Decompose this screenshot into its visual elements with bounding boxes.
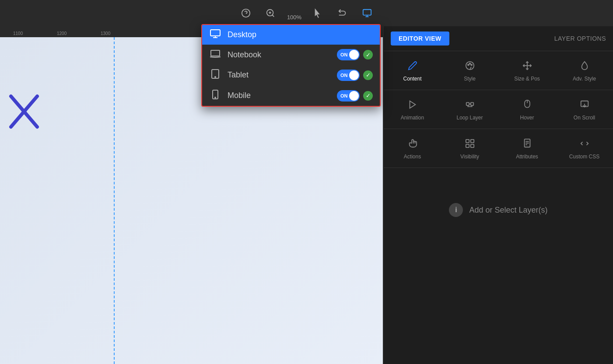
- svg-rect-42: [466, 144, 469, 147]
- svg-marker-33: [410, 101, 415, 108]
- panel-top-tabs: EDITOR VIEW LAYER OPTIONS: [384, 26, 613, 51]
- dropdown-item-desktop[interactable]: Desktop: [202, 25, 380, 45]
- svg-rect-6: [363, 10, 371, 15]
- info-icon: i: [449, 203, 463, 217]
- pencil-icon: [408, 61, 417, 73]
- content-label: Content: [403, 76, 421, 82]
- svg-rect-22: [211, 50, 220, 56]
- notebook-toggle[interactable]: ON ✓: [337, 49, 373, 60]
- tab-content[interactable]: Content: [384, 55, 441, 86]
- svg-point-28: [467, 64, 469, 66]
- tablet-toggle-circle: [349, 70, 359, 80]
- editor-view-button[interactable]: EDITOR VIEW: [391, 32, 449, 46]
- svg-point-29: [469, 63, 470, 64]
- icon-grid-row3: Actions Visibility: [384, 129, 613, 168]
- mobile-toggle-check: ✓: [363, 91, 373, 101]
- tab-attributes[interactable]: Attributes: [498, 133, 556, 164]
- mobile-toggle-text: ON: [340, 93, 348, 98]
- file-text-icon: [523, 139, 532, 151]
- mobile-label: Mobile: [228, 91, 331, 100]
- device-dropdown: Desktop Notebook ON ✓ Tablet: [201, 24, 381, 107]
- mobile-toggle[interactable]: ON ✓: [337, 90, 373, 102]
- tablet-label: Tablet: [228, 70, 331, 80]
- svg-rect-43: [470, 144, 473, 147]
- icon-grid-row1: Content Style: [384, 51, 613, 90]
- svg-rect-35: [470, 102, 473, 105]
- right-panel: EDITOR VIEW LAYER OPTIONS Content: [383, 26, 613, 364]
- svg-rect-40: [466, 140, 469, 143]
- tab-animation[interactable]: Animation: [384, 94, 441, 125]
- hover-label: Hover: [520, 115, 534, 121]
- tablet-toggle-check: ✓: [363, 70, 373, 80]
- notebook-toggle-check: ✓: [363, 50, 373, 60]
- tab-custom-css[interactable]: Custom CSS: [556, 133, 613, 164]
- dashed-guideline: [114, 37, 115, 364]
- undo-icon[interactable]: [335, 5, 350, 21]
- mouse-icon: [523, 100, 532, 112]
- help-icon[interactable]: [238, 5, 254, 21]
- svg-point-26: [215, 97, 216, 98]
- download-icon: [580, 100, 589, 112]
- tablet-icon: [209, 69, 221, 81]
- ruler-mark-1100: 1100: [13, 31, 23, 36]
- svg-line-3: [272, 15, 274, 17]
- notebook-toggle-text: ON: [340, 52, 348, 57]
- monitor-icon[interactable]: [359, 5, 375, 21]
- tablet-toggle-text: ON: [340, 73, 348, 78]
- visibility-label: Visibility: [460, 154, 479, 160]
- notebook-toggle-circle: [349, 50, 359, 60]
- size-pos-label: Size & Pos: [514, 76, 540, 82]
- dropdown-item-tablet[interactable]: Tablet ON ✓: [202, 65, 380, 85]
- top-toolbar: 100%: [0, 0, 613, 26]
- loop-icon: [465, 100, 475, 112]
- loop-layer-label: Loop Layer: [456, 115, 483, 121]
- icon-grid-row2: Animation Loop Layer Hover: [384, 90, 613, 129]
- ruler-mark-1300: 1300: [101, 31, 110, 36]
- tablet-toggle[interactable]: ON ✓: [337, 70, 373, 81]
- on-scroll-label: On Scroll: [574, 115, 595, 121]
- palette-icon: [465, 61, 475, 73]
- desktop-label: Desktop: [228, 30, 373, 39]
- cursor-icon[interactable]: [310, 5, 326, 21]
- dropdown-item-mobile[interactable]: Mobile ON ✓: [202, 85, 380, 106]
- style-label: Style: [464, 76, 476, 82]
- play-icon: [408, 100, 417, 112]
- tab-actions[interactable]: Actions: [384, 133, 441, 164]
- mobile-icon: [209, 90, 221, 102]
- tab-style[interactable]: Style: [441, 55, 498, 86]
- notebook-icon: [209, 49, 221, 60]
- svg-rect-34: [466, 102, 469, 105]
- ruler-mark-1200: 1200: [57, 31, 67, 36]
- svg-rect-41: [470, 140, 473, 143]
- tab-on-scroll[interactable]: On Scroll: [556, 94, 613, 125]
- info-section: i Add or Select Layer(s): [384, 203, 613, 217]
- mobile-toggle-circle: [349, 91, 359, 101]
- size-pos-icon: [522, 61, 532, 73]
- actions-label: Actions: [404, 154, 421, 160]
- x-shape-drawing: [9, 94, 39, 129]
- desktop-icon: [209, 29, 221, 40]
- info-text: Add or Select Layer(s): [469, 206, 547, 215]
- svg-rect-19: [210, 30, 220, 36]
- droplet-icon: [580, 61, 589, 73]
- svg-point-24: [215, 77, 216, 77]
- layer-options-label: LAYER OPTIONS: [456, 35, 606, 42]
- tab-hover[interactable]: Hover: [498, 94, 556, 125]
- adv-style-label: Adv. Style: [573, 76, 596, 82]
- svg-point-30: [471, 64, 472, 66]
- animation-label: Animation: [401, 115, 424, 121]
- tab-visibility[interactable]: Visibility: [441, 133, 498, 164]
- tab-loop-layer[interactable]: Loop Layer: [441, 94, 498, 125]
- search-zoom-icon[interactable]: [263, 5, 278, 21]
- tab-size-pos[interactable]: Size & Pos: [498, 55, 556, 86]
- code-icon: [580, 139, 589, 151]
- dropdown-item-notebook[interactable]: Notebook ON ✓: [202, 45, 380, 65]
- attributes-label: Attributes: [516, 154, 538, 160]
- custom-css-label: Custom CSS: [569, 154, 599, 160]
- hand-icon: [408, 139, 417, 151]
- visibility-icon: [465, 139, 475, 151]
- zoom-level: 100%: [287, 14, 301, 21]
- tab-adv-style[interactable]: Adv. Style: [556, 55, 613, 86]
- notebook-label: Notebook: [228, 50, 331, 60]
